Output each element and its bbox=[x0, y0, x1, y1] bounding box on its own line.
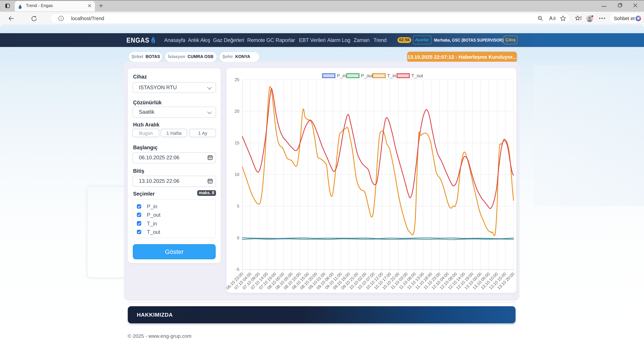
svg-text:P_out: P_out bbox=[361, 73, 373, 78]
svg-text:0: 0 bbox=[237, 235, 239, 240]
svg-text:-5: -5 bbox=[236, 267, 239, 272]
svg-text:P_in: P_in bbox=[337, 73, 346, 78]
svg-text:20: 20 bbox=[234, 109, 239, 113]
svg-text:15: 15 bbox=[234, 140, 239, 145]
svg-text:T_out: T_out bbox=[411, 73, 423, 78]
svg-text:T_in: T_in bbox=[387, 73, 396, 78]
svg-text:5: 5 bbox=[237, 204, 239, 208]
svg-text:10: 10 bbox=[234, 172, 239, 176]
svg-text:25: 25 bbox=[234, 77, 239, 82]
